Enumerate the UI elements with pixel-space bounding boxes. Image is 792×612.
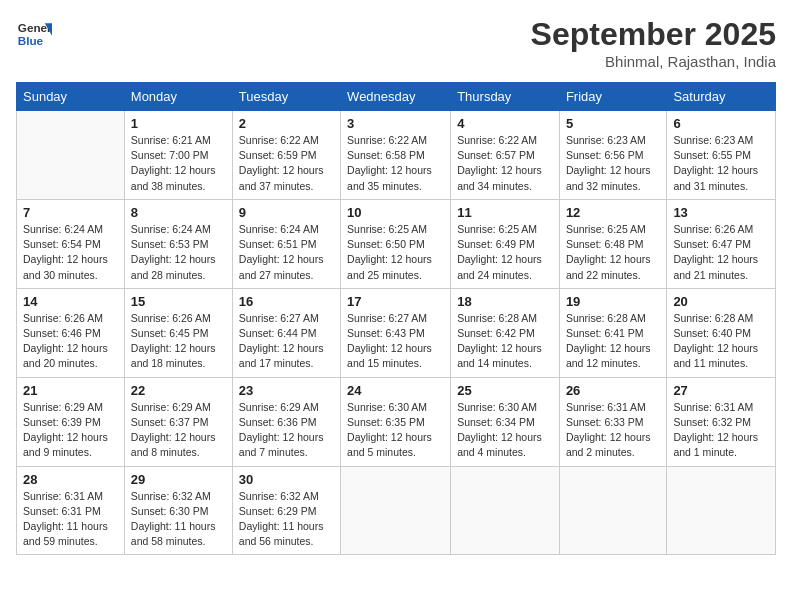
calendar-cell: 18Sunrise: 6:28 AM Sunset: 6:42 PM Dayli… [451,288,560,377]
calendar-cell: 29Sunrise: 6:32 AM Sunset: 6:30 PM Dayli… [124,466,232,555]
calendar-cell: 8Sunrise: 6:24 AM Sunset: 6:53 PM Daylig… [124,199,232,288]
calendar-cell: 21Sunrise: 6:29 AM Sunset: 6:39 PM Dayli… [17,377,125,466]
day-detail: Sunrise: 6:26 AM Sunset: 6:46 PM Dayligh… [23,311,118,372]
day-detail: Sunrise: 6:29 AM Sunset: 6:36 PM Dayligh… [239,400,334,461]
day-detail: Sunrise: 6:24 AM Sunset: 6:53 PM Dayligh… [131,222,226,283]
calendar-week-3: 14Sunrise: 6:26 AM Sunset: 6:46 PM Dayli… [17,288,776,377]
day-detail: Sunrise: 6:28 AM Sunset: 6:42 PM Dayligh… [457,311,553,372]
calendar-week-2: 7Sunrise: 6:24 AM Sunset: 6:54 PM Daylig… [17,199,776,288]
calendar-cell: 19Sunrise: 6:28 AM Sunset: 6:41 PM Dayli… [559,288,667,377]
day-detail: Sunrise: 6:27 AM Sunset: 6:44 PM Dayligh… [239,311,334,372]
calendar-cell: 13Sunrise: 6:26 AM Sunset: 6:47 PM Dayli… [667,199,776,288]
day-detail: Sunrise: 6:28 AM Sunset: 6:40 PM Dayligh… [673,311,769,372]
day-number: 28 [23,472,118,487]
day-detail: Sunrise: 6:21 AM Sunset: 7:00 PM Dayligh… [131,133,226,194]
calendar-cell: 22Sunrise: 6:29 AM Sunset: 6:37 PM Dayli… [124,377,232,466]
weekday-header-saturday: Saturday [667,83,776,111]
day-number: 14 [23,294,118,309]
day-number: 1 [131,116,226,131]
day-number: 29 [131,472,226,487]
day-number: 16 [239,294,334,309]
calendar-cell: 16Sunrise: 6:27 AM Sunset: 6:44 PM Dayli… [232,288,340,377]
day-detail: Sunrise: 6:31 AM Sunset: 6:31 PM Dayligh… [23,489,118,550]
weekday-header-tuesday: Tuesday [232,83,340,111]
day-detail: Sunrise: 6:29 AM Sunset: 6:39 PM Dayligh… [23,400,118,461]
calendar-cell: 6Sunrise: 6:23 AM Sunset: 6:55 PM Daylig… [667,111,776,200]
calendar-week-1: 1Sunrise: 6:21 AM Sunset: 7:00 PM Daylig… [17,111,776,200]
day-number: 15 [131,294,226,309]
calendar-cell: 30Sunrise: 6:32 AM Sunset: 6:29 PM Dayli… [232,466,340,555]
day-detail: Sunrise: 6:28 AM Sunset: 6:41 PM Dayligh… [566,311,661,372]
day-number: 26 [566,383,661,398]
day-number: 17 [347,294,444,309]
title-block: September 2025 Bhinmal, Rajasthan, India [531,16,776,70]
month-title: September 2025 [531,16,776,53]
calendar-cell: 7Sunrise: 6:24 AM Sunset: 6:54 PM Daylig… [17,199,125,288]
day-number: 22 [131,383,226,398]
day-number: 19 [566,294,661,309]
calendar-cell: 15Sunrise: 6:26 AM Sunset: 6:45 PM Dayli… [124,288,232,377]
day-detail: Sunrise: 6:29 AM Sunset: 6:37 PM Dayligh… [131,400,226,461]
calendar-cell: 14Sunrise: 6:26 AM Sunset: 6:46 PM Dayli… [17,288,125,377]
svg-text:Blue: Blue [18,34,44,47]
day-detail: Sunrise: 6:22 AM Sunset: 6:58 PM Dayligh… [347,133,444,194]
day-number: 12 [566,205,661,220]
calendar-week-4: 21Sunrise: 6:29 AM Sunset: 6:39 PM Dayli… [17,377,776,466]
day-number: 10 [347,205,444,220]
day-number: 3 [347,116,444,131]
calendar-cell: 5Sunrise: 6:23 AM Sunset: 6:56 PM Daylig… [559,111,667,200]
calendar-cell: 10Sunrise: 6:25 AM Sunset: 6:50 PM Dayli… [341,199,451,288]
calendar-cell: 11Sunrise: 6:25 AM Sunset: 6:49 PM Dayli… [451,199,560,288]
calendar-cell: 1Sunrise: 6:21 AM Sunset: 7:00 PM Daylig… [124,111,232,200]
day-detail: Sunrise: 6:27 AM Sunset: 6:43 PM Dayligh… [347,311,444,372]
day-detail: Sunrise: 6:32 AM Sunset: 6:30 PM Dayligh… [131,489,226,550]
location-subtitle: Bhinmal, Rajasthan, India [531,53,776,70]
day-number: 11 [457,205,553,220]
day-number: 27 [673,383,769,398]
day-number: 7 [23,205,118,220]
logo-icon: General Blue [16,16,52,52]
calendar-cell [559,466,667,555]
day-detail: Sunrise: 6:30 AM Sunset: 6:35 PM Dayligh… [347,400,444,461]
day-detail: Sunrise: 6:25 AM Sunset: 6:48 PM Dayligh… [566,222,661,283]
day-number: 20 [673,294,769,309]
day-detail: Sunrise: 6:24 AM Sunset: 6:54 PM Dayligh… [23,222,118,283]
calendar-cell: 25Sunrise: 6:30 AM Sunset: 6:34 PM Dayli… [451,377,560,466]
logo: General Blue [16,16,52,52]
calendar-cell: 23Sunrise: 6:29 AM Sunset: 6:36 PM Dayli… [232,377,340,466]
calendar-cell: 12Sunrise: 6:25 AM Sunset: 6:48 PM Dayli… [559,199,667,288]
day-detail: Sunrise: 6:26 AM Sunset: 6:47 PM Dayligh… [673,222,769,283]
calendar-week-5: 28Sunrise: 6:31 AM Sunset: 6:31 PM Dayli… [17,466,776,555]
day-detail: Sunrise: 6:31 AM Sunset: 6:32 PM Dayligh… [673,400,769,461]
calendar-cell [667,466,776,555]
day-number: 25 [457,383,553,398]
calendar-cell: 4Sunrise: 6:22 AM Sunset: 6:57 PM Daylig… [451,111,560,200]
day-number: 8 [131,205,226,220]
day-detail: Sunrise: 6:25 AM Sunset: 6:49 PM Dayligh… [457,222,553,283]
calendar-cell: 20Sunrise: 6:28 AM Sunset: 6:40 PM Dayli… [667,288,776,377]
calendar-cell: 2Sunrise: 6:22 AM Sunset: 6:59 PM Daylig… [232,111,340,200]
day-detail: Sunrise: 6:25 AM Sunset: 6:50 PM Dayligh… [347,222,444,283]
day-detail: Sunrise: 6:32 AM Sunset: 6:29 PM Dayligh… [239,489,334,550]
day-detail: Sunrise: 6:22 AM Sunset: 6:57 PM Dayligh… [457,133,553,194]
weekday-header-wednesday: Wednesday [341,83,451,111]
calendar-table: SundayMondayTuesdayWednesdayThursdayFrid… [16,82,776,555]
calendar-cell [17,111,125,200]
day-number: 21 [23,383,118,398]
svg-text:General: General [18,21,52,34]
day-detail: Sunrise: 6:24 AM Sunset: 6:51 PM Dayligh… [239,222,334,283]
calendar-cell: 24Sunrise: 6:30 AM Sunset: 6:35 PM Dayli… [341,377,451,466]
day-number: 9 [239,205,334,220]
day-number: 2 [239,116,334,131]
calendar-cell: 3Sunrise: 6:22 AM Sunset: 6:58 PM Daylig… [341,111,451,200]
calendar-cell: 17Sunrise: 6:27 AM Sunset: 6:43 PM Dayli… [341,288,451,377]
calendar-cell: 9Sunrise: 6:24 AM Sunset: 6:51 PM Daylig… [232,199,340,288]
day-detail: Sunrise: 6:26 AM Sunset: 6:45 PM Dayligh… [131,311,226,372]
day-number: 6 [673,116,769,131]
day-number: 5 [566,116,661,131]
day-number: 23 [239,383,334,398]
weekday-header-sunday: Sunday [17,83,125,111]
calendar-cell: 26Sunrise: 6:31 AM Sunset: 6:33 PM Dayli… [559,377,667,466]
day-number: 30 [239,472,334,487]
calendar-cell: 27Sunrise: 6:31 AM Sunset: 6:32 PM Dayli… [667,377,776,466]
